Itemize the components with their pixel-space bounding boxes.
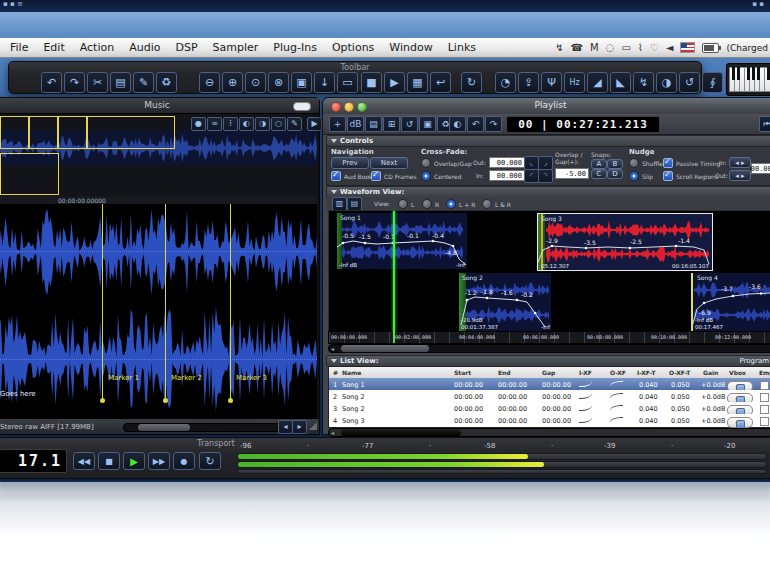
overview-selection-box[interactable] [0, 116, 29, 149]
cut-icon[interactable]: ✂ [87, 72, 108, 93]
link-channels-icon[interactable]: ▥ [332, 197, 347, 211]
rotate-icon[interactable]: ↺ [401, 116, 418, 132]
us-flag-icon[interactable] [680, 42, 695, 53]
pen-right-icon[interactable]: ◑ [255, 117, 270, 131]
gain-icon[interactable]: dB [347, 116, 364, 132]
volume-icon[interactable]: ◄ [666, 42, 674, 53]
resize-grip[interactable] [309, 422, 317, 430]
hz-icon[interactable]: Hz [564, 72, 585, 93]
emp-checkbox[interactable] [760, 393, 769, 402]
playhead-cursor[interactable] [393, 211, 395, 332]
overview-selection-box[interactable] [87, 116, 175, 149]
fade-tool-icon[interactable]: ◐ [449, 116, 466, 132]
view-lr-sum-radio[interactable] [446, 199, 456, 209]
emp-checkbox[interactable] [760, 405, 769, 414]
snap-a-button[interactable]: A [591, 159, 607, 169]
aud-book-checkbox[interactable] [331, 171, 341, 181]
pen-left-icon[interactable]: ◐ [239, 117, 254, 131]
menu-window[interactable]: Window [389, 41, 432, 54]
table-row[interactable]: 4Song 3 00:00.0000:00.0000:00.00 0.0400.… [329, 414, 770, 426]
region-song-3-selected[interactable]: Song 3 -2.9 -3.5 -2.5 -1.4 05:12.307 00:… [537, 213, 713, 271]
goto-icon[interactable]: ↓ [314, 72, 335, 93]
paste-icon[interactable]: ▤ [110, 72, 131, 93]
marker-icon[interactable]: ▣ [419, 116, 436, 132]
overview-selection-box[interactable] [29, 116, 58, 149]
col-vbox[interactable]: Vbox [729, 369, 746, 376]
col-emp[interactable]: Emp [759, 369, 770, 376]
frame-select-icon[interactable]: ▭ [337, 72, 358, 93]
marker-dot-2[interactable] [163, 398, 168, 403]
loop-icon[interactable]: ↻ [461, 72, 482, 93]
scroll-right-button[interactable]: ▸ [292, 420, 307, 434]
disclosure-triangle-icon[interactable] [331, 190, 337, 194]
zoom-strip-selection[interactable] [0, 153, 59, 195]
table-row[interactable]: 2Song 2 00:00.0000:00.0000:00.00 0.0400.… [329, 390, 770, 402]
menu-options[interactable]: Options [332, 41, 374, 54]
normalize-icon[interactable]: ↯ [633, 72, 654, 93]
undo-icon[interactable]: ↶ [41, 72, 62, 93]
invert-icon[interactable]: ◑ [656, 72, 677, 93]
col-name[interactable]: Name [342, 369, 361, 376]
col-gap[interactable]: Gap [542, 369, 555, 376]
trash-icon[interactable]: ♻ [156, 72, 177, 93]
reverse-icon[interactable]: ↺ [679, 72, 700, 93]
magnifier-icon[interactable]: ○ [271, 117, 286, 131]
centered-radio[interactable] [421, 171, 431, 181]
snap-grid-icon[interactable]: ⊞ [383, 116, 400, 132]
col-oxft[interactable]: O-XF-T [669, 369, 690, 376]
chat-icon[interactable]: ◌ [606, 42, 615, 53]
import-icon[interactable]: ⇪ [518, 72, 539, 93]
shape-icon[interactable]: ♡ [650, 42, 659, 53]
duplicate-icon[interactable]: ▤ [365, 116, 382, 132]
shuffle-radio[interactable] [629, 158, 639, 168]
prev-button[interactable]: Prev [331, 157, 369, 169]
disclosure-triangle-icon[interactable] [331, 139, 337, 143]
out-shape-icon[interactable]: ◞ [538, 156, 553, 170]
zoom-selection-icon[interactable]: ⊙ [245, 72, 266, 93]
emp-checkbox[interactable] [760, 381, 769, 390]
menu-plugins[interactable]: Plug-Ins [273, 41, 317, 54]
col-ixf[interactable]: I-XF [579, 369, 592, 376]
options-dots-icon[interactable]: ⁞ [223, 117, 238, 131]
playlist-waveform-scrollbar[interactable]: ◂ [328, 344, 770, 353]
stop-icon[interactable]: ■ [361, 72, 382, 93]
menu-action[interactable]: Action [80, 41, 114, 54]
marker-line-2[interactable] [165, 204, 166, 400]
next-button[interactable]: Next [370, 157, 408, 169]
stop-button[interactable]: ■ [98, 452, 120, 470]
vbox-dropdown[interactable]: Off [727, 417, 753, 428]
playlist-time-ruler[interactable]: 00:00:00.000 00:02:00.000 00:04:00.000 0… [328, 331, 770, 344]
scroll-regions-checkbox[interactable] [663, 171, 673, 181]
snap-c-button[interactable]: C [591, 169, 607, 179]
record-button[interactable]: ● [173, 452, 195, 470]
gain-envelope[interactable] [337, 213, 467, 269]
overlap-gap-field[interactable]: -5.00 [555, 168, 589, 179]
nudge-in-arrows[interactable]: ◂ ▸ [729, 157, 751, 168]
add-region-icon[interactable]: + [329, 116, 346, 132]
marker-line-1[interactable] [102, 204, 103, 400]
menu-edit[interactable]: Edit [43, 41, 64, 54]
piano-keyboard-widget[interactable] [726, 63, 770, 96]
redo-small-icon[interactable]: ↷ [485, 116, 502, 132]
nudge-value-field[interactable]: 00.000 [751, 163, 770, 174]
snap-b-button[interactable]: B [607, 159, 623, 169]
marker-dot-1[interactable] [100, 398, 105, 403]
menu-dsp[interactable]: DSP [175, 41, 197, 54]
fade-out-icon[interactable]: ◣ [610, 72, 631, 93]
col-gain[interactable]: Gain [703, 369, 718, 376]
view-r-radio[interactable] [422, 199, 432, 209]
titlebar-widget[interactable] [293, 102, 311, 111]
play-icon[interactable]: ▶ [384, 72, 405, 93]
col-start[interactable]: Start [454, 369, 471, 376]
in-shape-icon[interactable]: ◝ [538, 169, 553, 183]
forward-button[interactable]: ▶▶ [148, 452, 170, 470]
music-main-waveform-area[interactable]: Marker 1 Marker 2 Marker 3 Goes here [0, 204, 317, 419]
overview-selection-box[interactable] [58, 116, 87, 149]
region-song-2[interactable]: Song 2 -1.2 -1.8 -1.6 -0.2 -28.9dB 00:01… [459, 273, 551, 331]
layers-icon[interactable]: ▣ [291, 72, 312, 93]
snap-d-button[interactable]: D [607, 169, 623, 179]
play-button[interactable]: ▶ [123, 452, 145, 470]
cd-frames-checkbox[interactable] [371, 171, 381, 181]
return-icon[interactable]: ↩ [430, 72, 451, 93]
loop-toggle-button[interactable]: ↻ [199, 452, 221, 470]
